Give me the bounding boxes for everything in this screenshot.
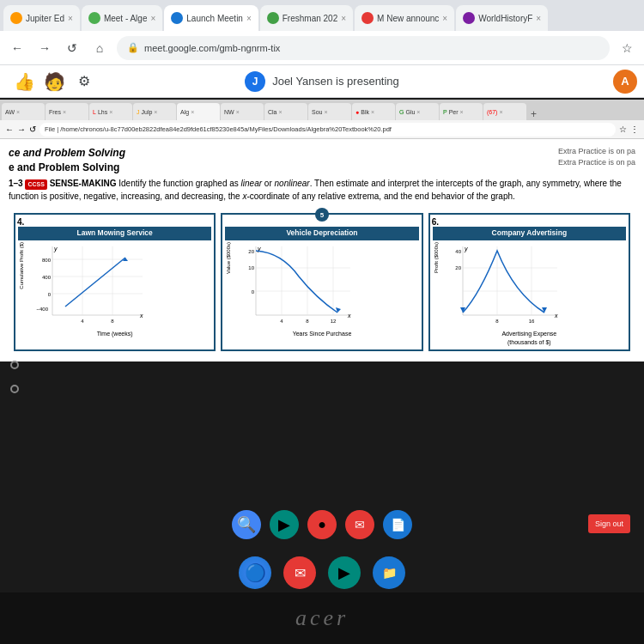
pdf-tab-sou[interactable]: Sou ×	[308, 103, 351, 120]
second-dock-files[interactable]: 📁	[373, 556, 405, 589]
tab-history-label: WorldHistoryF	[478, 14, 532, 23]
svg-text:4: 4	[280, 319, 283, 324]
pdf-menu-icon[interactable]: ⋮	[630, 125, 639, 134]
pdf-back-button[interactable]: ←	[5, 125, 14, 134]
sign-out-button[interactable]: Sign out	[588, 514, 630, 533]
circle-indicator-1	[10, 361, 19, 369]
pdf-tab-aw[interactable]: AW ×	[2, 103, 45, 120]
second-dock-chrome[interactable]: 🔵	[239, 556, 271, 589]
graph-4-box: 4. Lawn Mowing Service Cumulative Profit…	[14, 213, 216, 350]
presenter-text: Joel Yansen is presenting	[272, 75, 399, 88]
dock-chrome-icon[interactable]: 🔍	[232, 510, 261, 539]
graph-6-area: Profit ($000s) 40 20 8 16 y	[433, 242, 626, 328]
address-bar: ← → ↺ ⌂ 🔒 meet.google.com/gmb-ngnrm-tix …	[0, 31, 644, 65]
tab-bar: Jupiter Ed × Meet - Alge × Launch Meetin…	[0, 0, 644, 31]
pdf-reload-button[interactable]: ↺	[29, 125, 36, 134]
ccss-badge: CCSS	[25, 179, 46, 191]
tab-jupiter[interactable]: Jupiter Ed ×	[3, 5, 80, 31]
graphs-row: 4. Lawn Mowing Service Cumulative Profit…	[9, 210, 635, 354]
pdf-url-bar[interactable]: File | /home/chronos/u-8c77d00eb2822dfea…	[39, 123, 616, 137]
graph-4-area: Cumulative Profit ($)	[18, 242, 211, 328]
graph-4-number: 4.	[17, 216, 24, 228]
reload-button[interactable]: ↺	[62, 38, 82, 58]
presenter-avatar: J	[245, 71, 265, 92]
tab-close-icon[interactable]: ×	[150, 14, 155, 23]
graph-6-xlabel: Advertising Expense(thousands of $)	[433, 330, 626, 347]
graph-5-ylabel: Value ($000s)	[225, 242, 232, 274]
svg-text:x: x	[139, 313, 143, 319]
second-dock-mail[interactable]: ✉	[283, 556, 316, 589]
meet-browser: Jupiter Ed × Meet - Alge × Launch Meetin…	[0, 0, 644, 98]
person-emoji: 🧑	[44, 71, 65, 92]
tab-launch-label: Launch Meetin	[186, 14, 243, 23]
tab-freshman[interactable]: Freshman 202 ×	[260, 5, 353, 31]
svg-text:y: y	[464, 246, 468, 252]
bookmark-icon[interactable]: ☆	[617, 38, 637, 58]
pdf-address-bar: ← → ↺ File | /home/chronos/u-8c77d00eb28…	[0, 120, 644, 139]
tab-mail[interactable]: M New announc ×	[355, 5, 454, 31]
forward-button[interactable]: →	[34, 38, 55, 58]
svg-text:8: 8	[495, 319, 499, 324]
pdf-tab-cla[interactable]: Cla ×	[264, 103, 307, 120]
tab-close-icon[interactable]: ×	[68, 14, 73, 23]
graph-5-xlabel: Years Since Purchase	[225, 330, 418, 338]
svg-text:−400: −400	[37, 307, 49, 312]
tab-launch[interactable]: Launch Meetin ×	[164, 5, 258, 31]
pdf-tab-alg[interactable]: Alg ×	[177, 103, 220, 120]
url-input[interactable]: 🔒 meet.google.com/gmb-ngnrm-tix	[117, 36, 610, 60]
user-avatar-letter: A	[621, 75, 629, 88]
pdf-tab-julp[interactable]: JJulp ×	[133, 103, 176, 120]
tab-meet[interactable]: Meet - Alge ×	[82, 5, 162, 31]
pdf-forward-button[interactable]: →	[17, 125, 26, 134]
pdf-tab-bar: AW × Fres × LLhs × JJulp × Alg × NW × Cl…	[0, 100, 644, 120]
dock-youtube-icon[interactable]: ●	[307, 510, 337, 539]
pdf-star-icon[interactable]: ☆	[619, 125, 627, 134]
tab-history[interactable]: WorldHistoryF ×	[456, 5, 548, 31]
second-dock: 🔵 ✉ ▶ 📁	[0, 553, 644, 592]
dock-play-icon[interactable]: ▶	[270, 510, 299, 539]
svg-text:800: 800	[42, 258, 52, 263]
second-dock-play[interactable]: ▶	[328, 556, 361, 589]
pdf-tab-per[interactable]: PPer ×	[440, 103, 483, 120]
tab-close-icon[interactable]: ×	[341, 14, 346, 23]
dock-docs-icon[interactable]: 📄	[383, 510, 412, 539]
svg-text:4: 4	[82, 319, 85, 324]
tab-freshman-label: Freshman 202	[283, 14, 337, 23]
circle-indicator-2	[10, 385, 19, 393]
dock-mail-icon[interactable]: ✉	[345, 510, 374, 539]
tab-close-icon[interactable]: ×	[246, 14, 252, 23]
graph-5-svg: 20 10 0 4 8 12 y x	[234, 242, 355, 328]
pdf-tab-glu[interactable]: GGlu ×	[396, 103, 439, 120]
pdf-extra-practice-1: Extra Practice is on pa	[558, 146, 635, 157]
back-button[interactable]: ←	[7, 38, 27, 58]
pdf-tab-lhs[interactable]: LLhs ×	[89, 103, 132, 120]
graph-4-svg: 800 400 0 −400 4 8 y x	[27, 242, 147, 328]
pdf-url-text: File | /home/chronos/u-8c77d00eb2822dfea…	[45, 125, 392, 133]
pdf-section-title-2: e and Problem Solving	[9, 161, 125, 175]
svg-text:40: 40	[455, 249, 461, 254]
thumbs-up-emoji: 👍	[14, 71, 35, 92]
new-tab-button[interactable]: +	[527, 108, 540, 120]
settings-icon[interactable]: ⚙	[74, 71, 94, 92]
user-avatar: A	[613, 70, 637, 94]
tab-close-icon[interactable]: ×	[536, 14, 541, 23]
svg-text:16: 16	[529, 319, 535, 324]
graph-5-area: Value ($000s) 20 10 0 4	[225, 242, 418, 328]
pdf-tab-count[interactable]: (67) ×	[483, 103, 526, 120]
pdf-tab-blk[interactable]: ●Blk ×	[352, 103, 395, 120]
svg-text:10: 10	[248, 265, 254, 270]
pdf-tab-nw[interactable]: NW ×	[221, 103, 264, 120]
home-button[interactable]: ⌂	[89, 38, 110, 58]
svg-text:8: 8	[112, 319, 115, 324]
tab-jupiter-label: Jupiter Ed	[26, 14, 64, 23]
bottom-dock: 🔍 ▶ ● ✉ 📄 Sign out	[0, 507, 644, 543]
graph-4-xlabel: Time (weeks)	[18, 330, 211, 338]
tab-close-icon[interactable]: ×	[442, 14, 447, 23]
svg-text:x: x	[554, 313, 558, 319]
svg-text:20: 20	[455, 265, 461, 270]
pdf-problem-text: 1–3 CCSS SENSE-MAKING Identify the funct…	[9, 177, 635, 204]
pdf-tab-fres[interactable]: Fres ×	[46, 103, 88, 120]
meeting-bar: 👍 🧑 ⚙ J Joel Yansen is presenting A	[0, 65, 644, 98]
svg-text:0: 0	[48, 292, 52, 297]
svg-text:8: 8	[306, 319, 309, 324]
